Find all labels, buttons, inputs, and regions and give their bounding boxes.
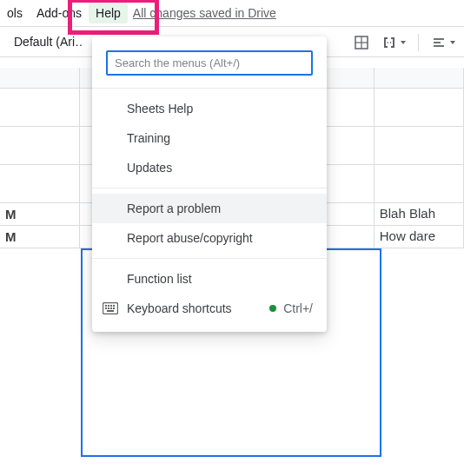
svg-rect-9	[110, 305, 112, 307]
menu-item-report-abuse[interactable]: Report abuse/copyright	[92, 223, 327, 253]
svg-rect-8	[108, 305, 109, 307]
menu-item-label: Report abuse/copyright	[127, 231, 253, 245]
menu-item-label: Updates	[127, 161, 172, 175]
borders-icon[interactable]	[354, 35, 369, 50]
separator	[92, 88, 327, 89]
menu-item-label: Training	[127, 131, 170, 145]
menu-item-keyboard-shortcuts[interactable]: Keyboard shortcuts Ctrl+/	[92, 294, 327, 323]
menu-item-report-problem[interactable]: Report a problem	[92, 194, 327, 223]
cell[interactable]	[375, 127, 464, 165]
cell[interactable]: M	[0, 203, 80, 226]
cell[interactable]	[0, 165, 80, 203]
svg-rect-7	[105, 305, 107, 307]
cell[interactable]	[0, 89, 80, 127]
cell[interactable]	[375, 165, 464, 203]
separator	[92, 258, 327, 259]
cell[interactable]	[375, 89, 464, 127]
cell[interactable]	[0, 127, 80, 165]
menu-item-label: Keyboard shortcuts	[127, 301, 232, 315]
save-status[interactable]: All changes saved in Drive	[133, 6, 276, 20]
font-selector[interactable]: Default (Ari…	[14, 35, 83, 49]
svg-rect-15	[107, 310, 114, 312]
separator	[418, 34, 419, 51]
chevron-down-icon	[401, 41, 406, 44]
horizontal-align-icon[interactable]	[431, 35, 455, 50]
menu-item-label: Sheets Help	[127, 102, 193, 116]
menu-item-trail: Ctrl+/	[269, 301, 313, 315]
svg-rect-14	[113, 307, 115, 309]
col-header[interactable]	[0, 68, 80, 89]
merge-cells-icon[interactable]	[381, 35, 406, 50]
menu-item-function-list[interactable]: Function list	[92, 264, 327, 294]
keyboard-icon	[103, 302, 118, 314]
menu-item-label: Function list	[127, 272, 192, 286]
col-header[interactable]	[375, 68, 464, 89]
cell[interactable]: M	[0, 226, 80, 248]
menu-item-label: Report a problem	[127, 202, 221, 215]
menu-search-input[interactable]	[106, 50, 313, 76]
svg-rect-10	[113, 305, 115, 307]
menu-item-updates[interactable]: Updates	[92, 153, 327, 182]
menu-search-wrap	[92, 43, 327, 83]
menu-help[interactable]: Help	[89, 3, 128, 23]
svg-rect-11	[105, 307, 107, 309]
separator	[92, 188, 327, 188]
help-menu-popup: Sheets Help Training Updates Report a pr…	[92, 36, 327, 332]
cell[interactable]: How dare	[375, 226, 464, 248]
shortcut-text: Ctrl+/	[283, 301, 313, 315]
menubar: ols Add-ons Help All changes saved in Dr…	[0, 0, 464, 26]
cell[interactable]: Blah Blah	[375, 203, 464, 226]
chevron-down-icon	[450, 41, 455, 44]
status-dot-icon	[269, 305, 276, 312]
svg-rect-13	[110, 307, 112, 309]
toolbar-right	[354, 27, 455, 58]
menu-tools[interactable]: ols	[0, 3, 30, 23]
menu-addons[interactable]: Add-ons	[30, 3, 89, 23]
svg-rect-12	[108, 307, 109, 309]
menu-item-sheets-help[interactable]: Sheets Help	[92, 94, 327, 123]
menu-item-training[interactable]: Training	[92, 123, 327, 153]
